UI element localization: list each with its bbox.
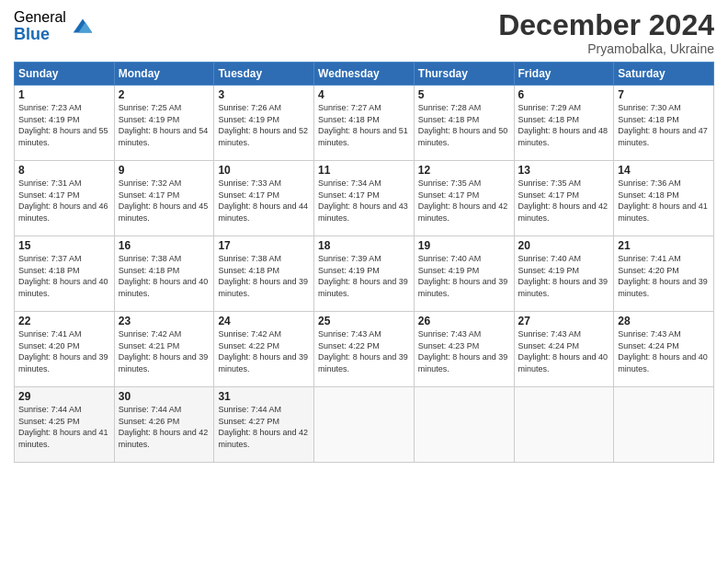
cell-info: Sunrise: 7:40 AMSunset: 4:19 PMDaylight:… [418, 253, 510, 299]
table-row: 12Sunrise: 7:35 AMSunset: 4:17 PMDayligh… [414, 161, 514, 236]
col-thursday: Thursday [414, 63, 514, 86]
cell-info: Sunrise: 7:41 AMSunset: 4:20 PMDaylight:… [18, 328, 110, 374]
logo-general: General [14, 9, 66, 26]
day-number: 24 [218, 315, 310, 327]
table-row: 5Sunrise: 7:28 AMSunset: 4:18 PMDaylight… [414, 86, 514, 161]
calendar-week-row: 29Sunrise: 7:44 AMSunset: 4:25 PMDayligh… [15, 387, 714, 463]
day-number: 16 [119, 239, 210, 252]
table-row: 19Sunrise: 7:40 AMSunset: 4:19 PMDayligh… [414, 236, 514, 312]
month-title: December 2024 [498, 9, 714, 41]
cell-info: Sunrise: 7:30 AMSunset: 4:18 PMDaylight:… [618, 102, 710, 148]
day-number: 30 [119, 390, 210, 403]
col-saturday: Saturday [614, 63, 714, 86]
day-number: 6 [518, 88, 610, 101]
calendar-week-row: 1Sunrise: 7:23 AMSunset: 4:19 PMDaylight… [15, 86, 714, 161]
cell-info: Sunrise: 7:35 AMSunset: 4:17 PMDaylight:… [518, 178, 610, 224]
day-number: 27 [518, 315, 610, 327]
table-row: 10Sunrise: 7:33 AMSunset: 4:17 PMDayligh… [214, 161, 314, 236]
day-number: 12 [418, 164, 510, 177]
day-number: 19 [418, 239, 510, 252]
cell-info: Sunrise: 7:43 AMSunset: 4:24 PMDaylight:… [618, 328, 710, 374]
cell-info: Sunrise: 7:39 AMSunset: 4:19 PMDaylight:… [318, 253, 410, 299]
day-number: 1 [18, 88, 110, 101]
table-row [614, 387, 714, 463]
table-row: 25Sunrise: 7:43 AMSunset: 4:22 PMDayligh… [314, 312, 415, 387]
table-row: 18Sunrise: 7:39 AMSunset: 4:19 PMDayligh… [314, 236, 415, 312]
col-wednesday: Wednesday [314, 63, 415, 86]
title-block: December 2024 Pryamobalka, Ukraine [498, 9, 714, 56]
table-row: 3Sunrise: 7:26 AMSunset: 4:19 PMDaylight… [214, 86, 314, 161]
calendar-table: Sunday Monday Tuesday Wednesday Thursday… [14, 62, 714, 463]
day-number: 7 [618, 88, 710, 101]
cell-info: Sunrise: 7:32 AMSunset: 4:17 PMDaylight:… [119, 178, 210, 224]
table-row: 28Sunrise: 7:43 AMSunset: 4:24 PMDayligh… [614, 312, 714, 387]
cell-info: Sunrise: 7:42 AMSunset: 4:21 PMDaylight:… [119, 328, 210, 374]
day-number: 22 [18, 315, 110, 327]
cell-info: Sunrise: 7:23 AMSunset: 4:19 PMDaylight:… [18, 102, 110, 148]
day-number: 26 [418, 315, 510, 327]
cell-info: Sunrise: 7:43 AMSunset: 4:22 PMDaylight:… [318, 328, 410, 374]
cell-info: Sunrise: 7:34 AMSunset: 4:17 PMDaylight:… [318, 178, 410, 224]
cell-info: Sunrise: 7:29 AMSunset: 4:18 PMDaylight:… [518, 102, 610, 148]
table-row [414, 387, 514, 463]
cell-info: Sunrise: 7:38 AMSunset: 4:18 PMDaylight:… [119, 253, 210, 299]
calendar-week-row: 22Sunrise: 7:41 AMSunset: 4:20 PMDayligh… [15, 312, 714, 387]
logo-blue: Blue [14, 26, 66, 44]
table-row: 1Sunrise: 7:23 AMSunset: 4:19 PMDaylight… [15, 86, 115, 161]
day-number: 25 [318, 315, 410, 327]
table-row: 15Sunrise: 7:37 AMSunset: 4:18 PMDayligh… [15, 236, 115, 312]
subtitle: Pryamobalka, Ukraine [498, 41, 714, 56]
logo: General Blue [14, 9, 96, 43]
table-row: 9Sunrise: 7:32 AMSunset: 4:17 PMDaylight… [114, 161, 214, 236]
cell-info: Sunrise: 7:37 AMSunset: 4:18 PMDaylight:… [18, 253, 110, 299]
col-sunday: Sunday [15, 63, 115, 86]
table-row: 29Sunrise: 7:44 AMSunset: 4:25 PMDayligh… [15, 387, 115, 463]
calendar-header-row: Sunday Monday Tuesday Wednesday Thursday… [15, 63, 714, 86]
day-number: 11 [318, 164, 410, 177]
day-number: 13 [518, 164, 610, 177]
table-row: 30Sunrise: 7:44 AMSunset: 4:26 PMDayligh… [114, 387, 214, 463]
logo-icon [70, 14, 96, 40]
day-number: 3 [218, 88, 310, 101]
cell-info: Sunrise: 7:27 AMSunset: 4:18 PMDaylight:… [318, 102, 410, 148]
col-friday: Friday [514, 63, 614, 86]
day-number: 5 [418, 88, 510, 101]
table-row: 11Sunrise: 7:34 AMSunset: 4:17 PMDayligh… [314, 161, 415, 236]
table-row [514, 387, 614, 463]
day-number: 4 [318, 88, 410, 101]
table-row: 16Sunrise: 7:38 AMSunset: 4:18 PMDayligh… [114, 236, 214, 312]
cell-info: Sunrise: 7:36 AMSunset: 4:18 PMDaylight:… [618, 178, 710, 224]
calendar-week-row: 15Sunrise: 7:37 AMSunset: 4:18 PMDayligh… [15, 236, 714, 312]
table-row: 17Sunrise: 7:38 AMSunset: 4:18 PMDayligh… [214, 236, 314, 312]
cell-info: Sunrise: 7:43 AMSunset: 4:23 PMDaylight:… [418, 328, 510, 374]
table-row: 13Sunrise: 7:35 AMSunset: 4:17 PMDayligh… [514, 161, 614, 236]
table-row: 27Sunrise: 7:43 AMSunset: 4:24 PMDayligh… [514, 312, 614, 387]
table-row: 20Sunrise: 7:40 AMSunset: 4:19 PMDayligh… [514, 236, 614, 312]
cell-info: Sunrise: 7:35 AMSunset: 4:17 PMDaylight:… [418, 178, 510, 224]
table-row: 24Sunrise: 7:42 AMSunset: 4:22 PMDayligh… [214, 312, 314, 387]
cell-info: Sunrise: 7:40 AMSunset: 4:19 PMDaylight:… [518, 253, 610, 299]
cell-info: Sunrise: 7:31 AMSunset: 4:17 PMDaylight:… [18, 178, 110, 224]
table-row: 2Sunrise: 7:25 AMSunset: 4:19 PMDaylight… [114, 86, 214, 161]
logo-text: General Blue [14, 9, 66, 43]
day-number: 17 [218, 239, 310, 252]
col-monday: Monday [114, 63, 214, 86]
page: General Blue December 2024 Pryamobalka, … [0, 0, 728, 563]
day-number: 8 [18, 164, 110, 177]
table-row: 31Sunrise: 7:44 AMSunset: 4:27 PMDayligh… [214, 387, 314, 463]
table-row: 21Sunrise: 7:41 AMSunset: 4:20 PMDayligh… [614, 236, 714, 312]
cell-info: Sunrise: 7:41 AMSunset: 4:20 PMDaylight:… [618, 253, 710, 299]
cell-info: Sunrise: 7:42 AMSunset: 4:22 PMDaylight:… [218, 328, 310, 374]
day-number: 15 [18, 239, 110, 252]
day-number: 29 [18, 390, 110, 403]
table-row: 23Sunrise: 7:42 AMSunset: 4:21 PMDayligh… [114, 312, 214, 387]
table-row: 6Sunrise: 7:29 AMSunset: 4:18 PMDaylight… [514, 86, 614, 161]
cell-info: Sunrise: 7:28 AMSunset: 4:18 PMDaylight:… [418, 102, 510, 148]
table-row: 22Sunrise: 7:41 AMSunset: 4:20 PMDayligh… [15, 312, 115, 387]
cell-info: Sunrise: 7:25 AMSunset: 4:19 PMDaylight:… [119, 102, 210, 148]
day-number: 21 [618, 239, 710, 252]
cell-info: Sunrise: 7:44 AMSunset: 4:27 PMDaylight:… [218, 404, 310, 450]
table-row: 8Sunrise: 7:31 AMSunset: 4:17 PMDaylight… [15, 161, 115, 236]
calendar-week-row: 8Sunrise: 7:31 AMSunset: 4:17 PMDaylight… [15, 161, 714, 236]
day-number: 20 [518, 239, 610, 252]
